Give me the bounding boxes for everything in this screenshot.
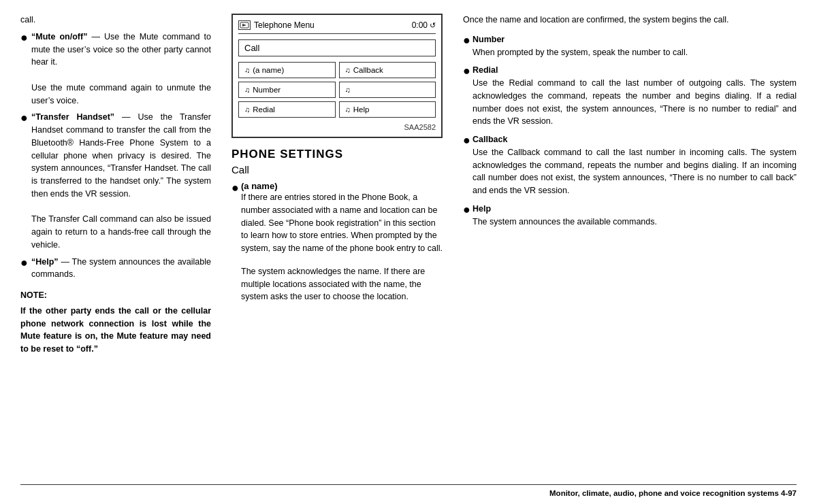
number-text: When prompted by the system, speak the n…	[472, 48, 688, 57]
right-redial-content: Redial Use the Redial command to call th…	[472, 64, 797, 128]
help-right-text: The system announces the available comma…	[472, 217, 657, 226]
music-icon-3: ♫	[244, 86, 250, 94]
redial-text: Use the Redial command to call the last …	[472, 78, 797, 126]
middle-bullet-aname: ● (a name) If there are entries stored i…	[231, 181, 443, 303]
number-label: Number	[472, 35, 504, 44]
aname-text1: If there are entries stored in the Phone…	[241, 192, 443, 253]
music-icon-6: ♫	[345, 105, 351, 114]
transfer-label: “Transfer Handset”	[31, 112, 114, 122]
help-right-label: Help	[472, 204, 491, 214]
right-bullet-dot-1: ●	[463, 33, 472, 59]
music-icon-2: ♫	[345, 66, 351, 74]
phone-header-right: 0:00 ↺	[412, 20, 436, 30]
phone-time: 0:00	[412, 20, 428, 30]
bullet-dot-2: ●	[20, 111, 29, 251]
callback-label: Callback	[472, 135, 507, 144]
call-subtitle: Call	[231, 164, 443, 175]
music-icon-4: ♫	[345, 86, 351, 94]
note-body: If the other party ends the call or the …	[20, 305, 211, 356]
redial-label: Redial	[472, 65, 498, 75]
call-box: Call	[238, 39, 436, 56]
middle-column: Telephone Menu 0:00 ↺ Call ♫ (a name)	[221, 14, 453, 477]
right-help-content: Help The system announces the available …	[472, 203, 797, 229]
music-icon-1: ♫	[244, 66, 250, 74]
bullet-transfer: ● “Transfer Handset” — Use the Transfer …	[20, 111, 211, 251]
bullet-help-left: ● “Help” — The system announces the avai…	[20, 256, 211, 282]
phone-btn-aname: ♫ (a name)	[238, 62, 336, 78]
phone-btn-callback: ♫ Callback	[339, 62, 436, 78]
right-number-content: Number When prompted by the system, spea…	[472, 33, 797, 59]
aname-text2: The system acknowledges the name. If the…	[241, 267, 425, 302]
right-intro: Once the name and location are confirmed…	[463, 14, 797, 27]
phone-header-label: Telephone Menu	[254, 20, 315, 30]
mute-followup: Use the mute command again to unmute the…	[31, 83, 211, 105]
left-column: call. ● “Mute on/off” — Use the Mute com…	[20, 14, 221, 477]
right-bullet-dot-3: ●	[463, 133, 472, 197]
right-bullet-number: ● Number When prompted by the system, sp…	[463, 33, 797, 59]
refresh-icon: ↺	[430, 21, 436, 30]
phone-btn-help-label: Help	[353, 105, 370, 114]
phone-btn-redial-label: Redial	[253, 105, 275, 114]
note-section: NOTE: If the other party ends the call o…	[20, 289, 211, 356]
mute-label: “Mute on/off”	[31, 32, 87, 41]
phone-btn-help: ♫ Help	[339, 101, 436, 118]
transfer-desc: — Use the Transfer Handset command to tr…	[31, 112, 211, 199]
phone-settings-title: PHONE SETTINGS	[231, 148, 443, 161]
phone-ui-diagram: Telephone Menu 0:00 ↺ Call ♫ (a name)	[231, 14, 443, 138]
right-bullet-redial: ● Redial Use the Redial command to call …	[463, 64, 797, 128]
phone-btn-number-label: Number	[253, 86, 281, 94]
transfer-followup: The Transfer Call command can also be is…	[31, 214, 211, 250]
phone-call-row: Call	[238, 39, 436, 56]
phone-btn-empty: ♫	[339, 82, 436, 98]
note-title: NOTE:	[20, 289, 211, 302]
main-content: call. ● “Mute on/off” — Use the Mute com…	[20, 14, 797, 477]
phone-btn-callback-label: Callback	[353, 66, 383, 74]
page-footer: Monitor, climate, audio, phone and voice…	[20, 484, 797, 497]
bullet-dot-1: ●	[20, 31, 29, 107]
right-bullet-dot-4: ●	[463, 203, 472, 229]
phone-btn-number: ♫ Number	[238, 82, 336, 98]
middle-bullet-dot-1: ●	[231, 181, 241, 303]
right-bullet-help: ● Help The system announces the availabl…	[463, 203, 797, 229]
svg-marker-1	[242, 24, 246, 27]
phone-code: SAA2582	[238, 123, 436, 131]
bullet-help-left-text: “Help” — The system announces the availa…	[31, 256, 211, 282]
footer-text: Monitor, climate, audio, phone and voice…	[549, 489, 797, 497]
page: call. ● “Mute on/off” — Use the Mute com…	[0, 0, 817, 504]
telephone-icon	[238, 20, 251, 30]
aname-label: (a name)	[241, 181, 277, 191]
bullet-dot-3: ●	[20, 256, 29, 282]
right-bullet-callback: ● Callback Use the Callback command to c…	[463, 133, 797, 197]
help-left-label: “Help”	[31, 257, 59, 267]
bullet-transfer-text: “Transfer Handset” — Use the Transfer Ha…	[31, 111, 211, 251]
left-intro: call.	[20, 14, 211, 27]
phone-header-left: Telephone Menu	[238, 20, 315, 30]
middle-aname-content: (a name) If there are entries stored in …	[241, 181, 443, 303]
bullet-mute-text: “Mute on/off” — Use the Mute command to …	[31, 31, 211, 107]
phone-grid: ♫ (a name) ♫ Callback ♫ Number ♫	[238, 62, 436, 118]
phone-header: Telephone Menu 0:00 ↺	[238, 20, 436, 34]
right-column: Once the name and location are confirmed…	[453, 14, 797, 477]
bullet-mute: ● “Mute on/off” — Use the Mute command t…	[20, 31, 211, 107]
phone-btn-aname-label: (a name)	[253, 66, 284, 74]
right-callback-content: Callback Use the Callback command to cal…	[472, 133, 797, 197]
right-bullet-dot-2: ●	[463, 64, 472, 128]
callback-text: Use the Callback command to call the las…	[472, 148, 797, 195]
music-icon-5: ♫	[244, 105, 250, 114]
help-left-desc: — The system announces the available com…	[31, 257, 211, 280]
phone-btn-redial: ♫ Redial	[238, 101, 336, 118]
